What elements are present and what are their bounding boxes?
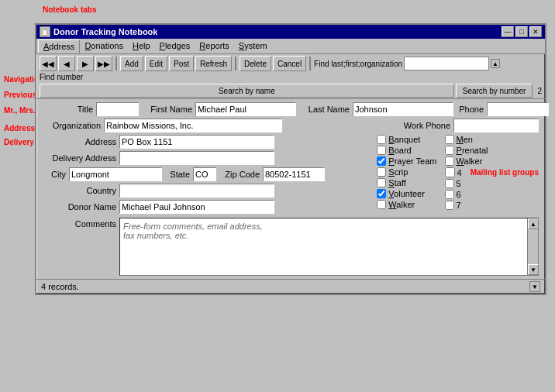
cb-prayer[interactable]: [377, 156, 386, 166]
main-window: 📋 Donor Tracking Notebook — □ ✕ Address …: [35, 23, 546, 295]
divider-1: [115, 57, 117, 70]
comments-label: Comments: [43, 218, 116, 229]
work-phone-label: Work Phone: [400, 121, 450, 130]
donor-name-input[interactable]: [119, 200, 274, 214]
cb-prayer-label: Prayer Team: [388, 156, 436, 166]
menu-address[interactable]: Address: [38, 40, 80, 53]
last-name-input[interactable]: [353, 102, 453, 116]
first-name-input[interactable]: [195, 102, 296, 116]
nav-first[interactable]: ◀◀: [40, 56, 57, 71]
cb-board[interactable]: [377, 146, 386, 155]
annotation-notebook-tabs: Notebook tabs: [43, 5, 96, 14]
cb-walker1-label: Walker: [388, 200, 415, 209]
find-number-label: Find number: [40, 73, 83, 81]
zip-input[interactable]: [263, 167, 325, 181]
status-bar: 4 records. ▼: [36, 279, 545, 294]
cb-staff-label: Staff: [388, 178, 405, 187]
cb-mail5-label: 5: [457, 179, 461, 188]
nav-last[interactable]: ▶▶: [95, 56, 112, 71]
comments-box[interactable]: Free-form comments, email address, fax n…: [119, 218, 539, 276]
search-by-name-button[interactable]: Search by name: [40, 84, 454, 98]
btn-cancel[interactable]: Cancel: [273, 56, 306, 71]
city-input[interactable]: [69, 167, 162, 181]
menu-reports[interactable]: Reports: [195, 40, 234, 53]
cb-banquet-label: Banquet: [388, 135, 420, 144]
zip-label: Zip Code: [219, 170, 260, 179]
minimize-button[interactable]: —: [502, 26, 514, 37]
last-name-label: Last Name: [299, 105, 350, 114]
find-input[interactable]: [404, 57, 489, 70]
country-input[interactable]: [119, 184, 274, 198]
nav-next[interactable]: ▶: [77, 56, 94, 71]
phone-label: Phone: [457, 105, 484, 114]
country-label: Country: [43, 186, 116, 195]
maximize-button[interactable]: □: [515, 26, 528, 37]
btn-delete[interactable]: Delete: [240, 56, 271, 71]
state-input[interactable]: [193, 167, 216, 181]
search-by-number-button[interactable]: Search by number: [456, 84, 533, 98]
cb-mail6-label: 6: [457, 190, 461, 199]
cb-scrip[interactable]: [377, 167, 386, 177]
cb-mail7-label: 7: [457, 201, 461, 210]
menu-donations[interactable]: Donations: [80, 40, 128, 53]
cb-prenatal[interactable]: [445, 146, 454, 155]
window-title: Donor Tracking Notebook: [53, 27, 157, 36]
menu-bar: Address Donations Help Pledges Reports S…: [36, 39, 545, 54]
comments-placeholder: Free-form comments, email address, fax n…: [123, 222, 263, 240]
cb-board-label: Board: [388, 146, 411, 155]
cb-scrip-label: Scrip: [388, 167, 408, 177]
menu-help[interactable]: Help: [128, 40, 155, 53]
btn-refresh[interactable]: Refresh: [195, 56, 232, 71]
title-input[interactable]: [96, 102, 139, 116]
menu-pledges[interactable]: Pledges: [155, 40, 195, 53]
status-scroll[interactable]: ▼: [529, 281, 540, 292]
delivery-input[interactable]: [119, 151, 274, 165]
address-label: Address: [43, 137, 116, 146]
cb-walker1[interactable]: [377, 200, 386, 209]
btn-post[interactable]: Post: [169, 56, 194, 71]
cb-men-label: Men: [457, 135, 473, 144]
nav-prev[interactable]: ◀: [58, 56, 75, 71]
cb-mail5[interactable]: [445, 179, 454, 188]
city-label: City: [43, 170, 66, 179]
checkbox-col1: Banquet Board Prayer Team Scrip: [377, 135, 436, 216]
title-label: Title: [43, 105, 93, 114]
address-input[interactable]: [119, 135, 274, 149]
btn-add[interactable]: Add: [120, 56, 143, 71]
annotation-address: Address: [4, 124, 35, 132]
toolbar: ◀◀ ◀ ▶ ▶▶ Add Edit Post Refresh Delete C…: [36, 54, 545, 83]
cb-mail6[interactable]: [445, 190, 454, 199]
title-bar: 📋 Donor Tracking Notebook — □ ✕: [36, 25, 545, 39]
comments-scroll-up[interactable]: ▲: [528, 218, 539, 229]
work-phone-input[interactable]: [453, 119, 539, 132]
cb-men[interactable]: [445, 135, 454, 144]
close-button[interactable]: ✕: [529, 26, 542, 37]
donor-name-label: Donor Name: [43, 202, 116, 211]
first-name-label: First Name: [142, 105, 192, 114]
status-records: 4 records.: [41, 282, 79, 291]
cb-walker2[interactable]: [445, 156, 454, 166]
find-label: Find last;first;organization: [314, 60, 402, 68]
btn-edit[interactable]: Edit: [145, 56, 167, 71]
divider-2: [235, 57, 236, 70]
cb-mail4[interactable]: [445, 167, 455, 177]
org-input[interactable]: [104, 119, 282, 132]
cb-mail4-label: 4: [457, 168, 462, 177]
state-label: State: [165, 170, 190, 179]
org-label: Organization: [43, 121, 101, 130]
cb-staff[interactable]: [377, 178, 386, 187]
comments-scroll-down[interactable]: ▼: [528, 264, 539, 275]
donor-number: 2: [537, 87, 542, 95]
phone-input[interactable]: [487, 102, 549, 116]
mailing-list-annotation: Mailing list groups: [471, 168, 539, 177]
checkbox-col2: Men Prenatal Walker 4 Mailing list group…: [445, 135, 539, 216]
cb-mail7[interactable]: [445, 201, 454, 210]
cb-volunteer[interactable]: [377, 189, 386, 198]
delivery-label: Delivery Address: [43, 153, 116, 163]
find-scroll-up[interactable]: ▲: [491, 59, 500, 68]
cb-walker2-label: Walker: [457, 156, 483, 166]
cb-banquet[interactable]: [377, 135, 386, 144]
menu-system[interactable]: System: [234, 40, 272, 53]
window-icon: 📋: [40, 26, 50, 37]
cb-prenatal-label: Prenatal: [457, 146, 488, 155]
